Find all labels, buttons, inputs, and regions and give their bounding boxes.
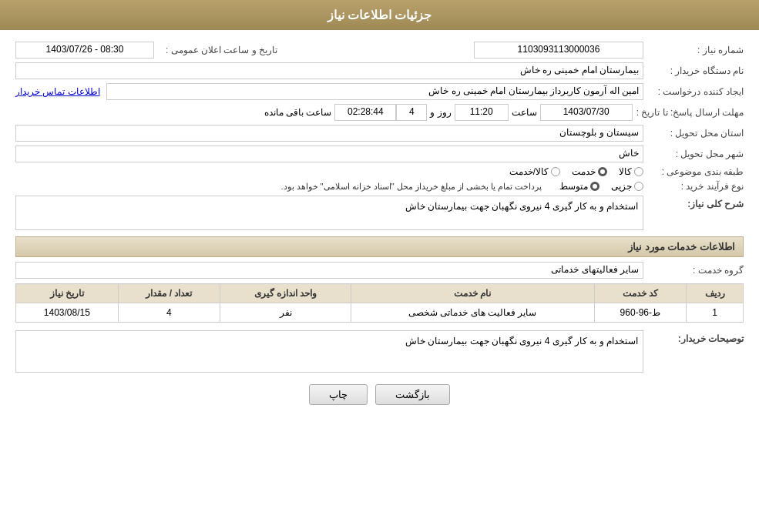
radio-mottavasset: متوسط bbox=[559, 181, 599, 192]
label-kalaKhadamat: کالا/خدمت bbox=[509, 166, 549, 177]
cell-kodKhadamat: ط-96-960 bbox=[594, 303, 686, 323]
row-ijadKonnande: ایجاد کننده درخواست : امین اله آرمون کار… bbox=[15, 83, 744, 100]
radio-noeFarayand: جزیی متوسط پرداخت تمام یا بخشی از مبلغ خ… bbox=[15, 181, 643, 192]
col-tedad: تعداد / مقدار bbox=[118, 284, 220, 303]
label-ijadKonnande: ایجاد کننده درخواست : bbox=[643, 86, 744, 97]
table-row: 1 ط-96-960 سایر فعالیت های خدماتی شخصی ن… bbox=[16, 303, 744, 323]
row-tabaqeBandi: طبقه بندی موضوعی : کالا خدمت کالا/خدمت bbox=[15, 166, 744, 177]
cell-namKhadamat: سایر فعالیت های خدماتی شخصی bbox=[351, 303, 595, 323]
label-namDastgah: نام دستگاه خریدار : bbox=[643, 65, 744, 76]
cell-tedad: 4 bbox=[118, 303, 220, 323]
radio-circle-kala bbox=[634, 167, 643, 176]
note-noeFarayand: پرداخت تمام یا بخشی از مبلغ خریداز محل "… bbox=[280, 182, 542, 192]
value-sharhKolli: استخدام و به کار گیری 4 نیروی نگهبان جهت… bbox=[15, 196, 643, 230]
label-tosifat: توصیحات خریدار: bbox=[643, 330, 744, 344]
row-mohlatErsal: مهلت ارسال پاسخ: تا تاریخ : 1403/07/30 س… bbox=[15, 104, 744, 121]
row-shomareNiaz: شماره نیاز : 1103093113000036 تاریخ و سا… bbox=[15, 42, 744, 59]
radio-circle-mottavasset bbox=[590, 182, 599, 191]
label-roz: روز و bbox=[430, 107, 451, 118]
label-jazii: جزیی bbox=[611, 181, 632, 192]
cell-radif: 1 bbox=[687, 303, 744, 323]
label-mottavasset: متوسط bbox=[559, 181, 588, 192]
row-noeFarayand: نوع فرآیند خرید : جزیی متوسط پرداخت تمام… bbox=[15, 181, 744, 192]
label-ostan: استان محل تحویل : bbox=[643, 128, 744, 139]
label-shomareNiaz: شماره نیاز : bbox=[643, 45, 744, 55]
value-namDastgah: بیمارستان امام خمینی ره خاش bbox=[15, 62, 643, 79]
radio-khadamat: خدمت bbox=[572, 166, 607, 177]
value-ostan: سیستان و بلوچستان bbox=[15, 125, 643, 142]
label-saat: ساعت bbox=[512, 107, 537, 118]
value-ijadKonnande: امین اله آرمون کاربرداز بیمارستان امام خ… bbox=[106, 83, 643, 100]
value-tosifat: استخدام و به کار گیری 4 نیروی نگهبان جهت… bbox=[15, 330, 643, 373]
services-table: ردیف کد خدمت نام خدمت واحد اندازه گیری ت… bbox=[15, 283, 744, 323]
link-ettelaatTamas[interactable]: اطلاعات تماس خریدار bbox=[15, 86, 100, 97]
label-shahr: شهر محل تحویل : bbox=[643, 149, 744, 159]
radio-tabaqeBandi: کالا خدمت کالا/خدمت bbox=[509, 166, 643, 177]
value-grohKhadamat: سایر فعالیتهای خدماتی bbox=[15, 262, 643, 279]
col-kodKhadamat: کد خدمت bbox=[594, 284, 686, 303]
label-saatMande: ساعت باقی مانده bbox=[264, 107, 332, 118]
page-header: جزئیات اطلاعات نیاز bbox=[0, 0, 759, 30]
row-grohKhadamat: گروه خدمت : سایر فعالیتهای خدماتی bbox=[15, 262, 744, 279]
row-ostan: استان محل تحویل : سیستان و بلوچستان bbox=[15, 125, 744, 142]
btn-bazgasht[interactable]: بازگشت bbox=[375, 384, 450, 405]
cell-tarikh: 1403/08/15 bbox=[16, 303, 119, 323]
radio-circle-kalaKhadamat bbox=[551, 167, 560, 176]
value-tarikh: 1403/07/26 - 08:30 bbox=[15, 42, 154, 59]
radio-circle-jazii bbox=[634, 182, 643, 191]
label-khadamat: خدمت bbox=[572, 166, 596, 177]
radio-kalaKhadamat: کالا/خدمت bbox=[509, 166, 560, 177]
label-tabaqeBandi: طبقه بندی موضوعی : bbox=[643, 166, 744, 177]
button-row: بازگشت چاپ bbox=[15, 384, 744, 417]
row-namDastgah: نام دستگاه خریدار : بیمارستان امام خمینی… bbox=[15, 62, 744, 79]
col-tarikh: تاریخ نیاز bbox=[16, 284, 119, 303]
header-title: جزئیات اطلاعات نیاز bbox=[327, 8, 432, 22]
col-radif: ردیف bbox=[687, 284, 744, 303]
page-wrapper: جزئیات اطلاعات نیاز شماره نیاز : 1103093… bbox=[0, 0, 759, 532]
row-sharhKolli: شرح کلی نیاز: استخدام و به کار گیری 4 نی… bbox=[15, 196, 744, 230]
row-tosifat: توصیحات خریدار: استخدام و به کار گیری 4 … bbox=[15, 330, 744, 373]
row-shahr: شهر محل تحویل : خاش bbox=[15, 146, 744, 162]
value-mohlatErsalDate: 1403/07/30 bbox=[540, 104, 633, 121]
label-sharhKolli: شرح کلی نیاز: bbox=[643, 196, 744, 209]
col-vahed: واحد اندازه گیری bbox=[220, 284, 351, 303]
value-shahr: خاش bbox=[15, 146, 643, 162]
section-title-khadamat: اطلاعات خدمات مورد نیاز bbox=[15, 236, 744, 257]
content-area: شماره نیاز : 1103093113000036 تاریخ و سا… bbox=[0, 30, 759, 428]
label-kala: کالا bbox=[619, 166, 632, 177]
cell-vahed: نفر bbox=[220, 303, 351, 323]
value-shomareNiaz: 1103093113000036 bbox=[474, 42, 643, 59]
radio-jazii: جزیی bbox=[611, 181, 643, 192]
radio-kala: کالا bbox=[619, 166, 643, 177]
label-tarikh: تاریخ و ساعت اعلان عمومی : bbox=[154, 45, 277, 55]
value-mohlatErsalRoz: 4 bbox=[396, 104, 427, 121]
value-mohlatErsalSaat: 11:20 bbox=[455, 104, 509, 121]
col-namKhadamat: نام خدمت bbox=[351, 284, 595, 303]
label-noeFarayand: نوع فرآیند خرید : bbox=[643, 181, 744, 192]
label-grohKhadamat: گروه خدمت : bbox=[643, 265, 744, 276]
btn-chap[interactable]: چاپ bbox=[309, 384, 368, 405]
label-mohlatErsal: مهلت ارسال پاسخ: تا تاریخ : bbox=[633, 107, 744, 118]
value-mohlatErsalSaatMande: 02:28:44 bbox=[334, 104, 396, 121]
radio-circle-khadamat bbox=[598, 167, 607, 176]
